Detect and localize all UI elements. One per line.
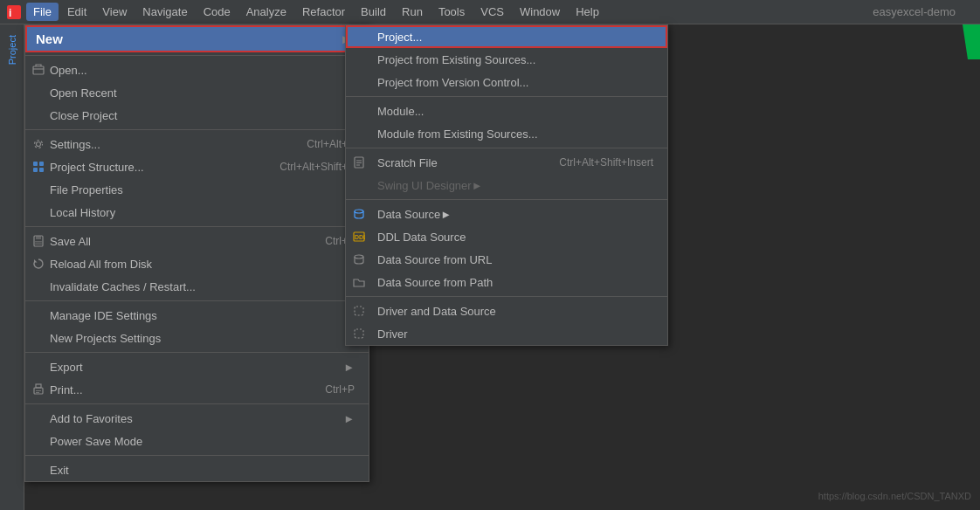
submenu-item-project-vcs[interactable]: Project from Version Control... [346, 71, 667, 93]
menu-vcs[interactable]: VCS [473, 3, 511, 21]
submenu-item-project-existing[interactable]: Project from Existing Sources... [346, 48, 667, 71]
submenu-item-module-existing[interactable]: Module from Existing Sources... [346, 122, 667, 145]
close-project-label: Close Project [50, 109, 117, 122]
menu-item-manage-ide[interactable]: Manage IDE Settings ► [25, 304, 369, 327]
submenu-item-data-source-url[interactable]: Data Source from URL [346, 248, 667, 271]
menu-edit[interactable]: Edit [60, 3, 93, 21]
svg-rect-26 [355, 307, 363, 315]
driver-label: Driver [377, 327, 408, 341]
svg-rect-2 [33, 66, 44, 74]
menu-window[interactable]: Window [513, 3, 567, 21]
menu-item-open[interactable]: Open... [25, 59, 369, 81]
submenu-sep2 [346, 148, 667, 148]
svg-marker-13 [34, 259, 38, 263]
svg-rect-12 [35, 244, 42, 245]
scratch-file-shortcut: Ctrl+Alt+Shift+Insert [559, 156, 653, 169]
menu-analyze[interactable]: Analyze [239, 3, 293, 21]
svg-rect-27 [355, 329, 363, 338]
menu-navigate[interactable]: Navigate [135, 3, 194, 21]
power-save-label: Power Save Mode [50, 435, 142, 448]
data-source-arrow: ► [440, 208, 452, 221]
submenu-item-module[interactable]: Module... [346, 100, 667, 122]
submenu-sep1 [346, 96, 667, 97]
menu-item-open-recent[interactable]: Open Recent ► [25, 81, 369, 104]
submenu-item-driver-data-source[interactable]: Driver and Data Source [346, 300, 667, 322]
menu-tools[interactable]: Tools [431, 3, 472, 21]
svg-rect-8 [39, 168, 44, 172]
menu-run[interactable]: Run [395, 3, 430, 21]
local-history-label: Local History [50, 206, 115, 219]
app-logo: i [7, 5, 21, 19]
menu-item-reload[interactable]: Reload All from Disk [25, 252, 369, 275]
project-existing-label: Project from Existing Sources... [377, 53, 535, 66]
open-recent-label: Open Recent [50, 86, 117, 100]
project-vcs-label: Project from Version Control... [377, 76, 528, 89]
svg-rect-17 [36, 392, 39, 393]
menu-item-new[interactable]: New ► [25, 25, 369, 52]
print-shortcut: Ctrl+P [325, 383, 355, 396]
menu-item-exit[interactable]: Exit [25, 458, 369, 481]
project-structure-icon [32, 161, 45, 173]
menu-item-save-all[interactable]: Save All Ctrl+S [25, 230, 369, 252]
open-icon [32, 64, 45, 76]
manage-ide-label: Manage IDE Settings [50, 309, 157, 322]
menu-file[interactable]: File [26, 3, 59, 21]
menu-item-export[interactable]: Export ► [25, 355, 369, 378]
submenu-item-data-source-path[interactable]: Data Source from Path [346, 271, 667, 293]
svg-text:DDL: DDL [355, 234, 365, 240]
open-label: Open... [50, 64, 87, 77]
data-source-path-label: Data Source from Path [377, 276, 493, 289]
menu-item-project-structure[interactable]: Project Structure... Ctrl+Alt+Shift+S [25, 155, 369, 178]
svg-rect-5 [33, 162, 38, 166]
project-label: Project... [377, 31, 422, 44]
menu-item-print[interactable]: Print... Ctrl+P [25, 378, 369, 401]
data-source-url-label: Data Source from URL [377, 253, 493, 266]
new-submenu: Project... Project from Existing Sources… [345, 24, 668, 346]
settings-label: Settings... [50, 138, 100, 151]
save-all-label: Save All [50, 235, 91, 248]
submenu-sep4 [346, 296, 667, 297]
exit-label: Exit [50, 464, 69, 477]
sidebar-project-tab[interactable]: Project [3, 28, 21, 72]
menu-help[interactable]: Help [569, 3, 606, 21]
file-properties-label: File Properties [50, 183, 123, 196]
add-favorites-label: Add to Favorites [50, 412, 133, 425]
menu-code[interactable]: Code [197, 3, 238, 21]
print-icon [32, 383, 45, 396]
sep3 [25, 226, 369, 227]
sep4 [25, 300, 369, 301]
sep6 [25, 403, 369, 404]
submenu-item-ddl-data-source[interactable]: DDL DDL Data Source [346, 225, 667, 248]
submenu-item-scratch-file[interactable]: Scratch File Ctrl+Alt+Shift+Insert [346, 151, 667, 174]
watermark: https://blog.csdn.net/CSDN_TANXD [818, 491, 971, 501]
submenu-item-driver[interactable]: Driver [346, 322, 667, 345]
scratch-file-label: Scratch File [377, 156, 438, 169]
menu-item-file-properties[interactable]: File Properties ► [25, 178, 369, 201]
menu-item-invalidate[interactable]: Invalidate Caches / Restart... [25, 275, 369, 298]
svg-point-25 [355, 255, 363, 258]
submenu-item-data-source[interactable]: Data Source ► [346, 203, 667, 225]
submenu-item-project[interactable]: Project... [346, 25, 667, 48]
menu-item-add-favorites[interactable]: Add to Favorites ► [25, 407, 369, 430]
file-menu-dropdown: New ► Open... Open Recent ► Close Projec… [24, 24, 369, 482]
sep1 [25, 55, 369, 56]
menu-refactor[interactable]: Refactor [295, 3, 352, 21]
svg-rect-6 [39, 162, 44, 166]
driver-data-source-label: Driver and Data Source [377, 305, 496, 318]
svg-point-22 [355, 210, 363, 213]
menu-build[interactable]: Build [354, 3, 393, 21]
save-all-icon [32, 235, 45, 247]
project-structure-label: Project Structure... [50, 161, 144, 174]
export-label: Export [50, 361, 83, 374]
new-label: New [36, 31, 63, 46]
menu-item-close-project[interactable]: Close Project [25, 104, 369, 127]
svg-text:i: i [9, 7, 11, 19]
menu-item-settings[interactable]: Settings... Ctrl+Alt+S [25, 133, 369, 155]
sidebar-tab: Project [0, 24, 24, 510]
menu-view[interactable]: View [95, 3, 134, 21]
menu-item-local-history[interactable]: Local History ► [25, 201, 369, 224]
add-favorites-arrow: ► [343, 412, 355, 425]
menu-item-new-projects-settings[interactable]: New Projects Settings ► [25, 327, 369, 349]
menu-item-power-save[interactable]: Power Save Mode [25, 430, 369, 452]
submenu-item-swing-designer: Swing UI Designer ► [346, 174, 667, 196]
